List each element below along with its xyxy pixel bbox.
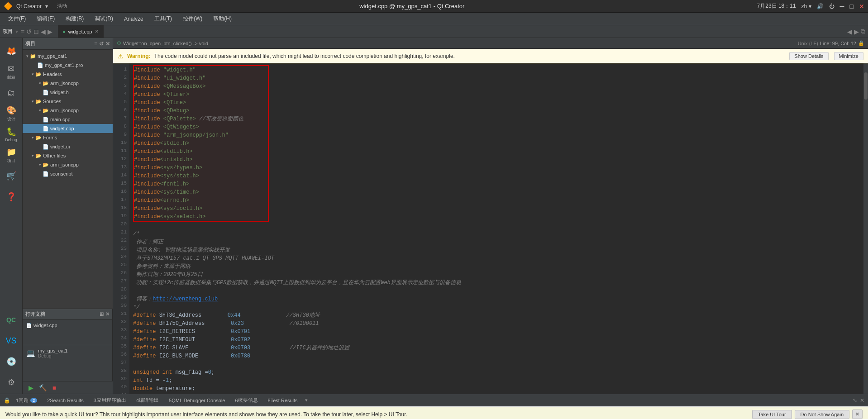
bottom-tab-search[interactable]: 2 Search Results: [43, 395, 88, 406]
toolbar-nav-left[interactable]: ◀: [41, 28, 46, 35]
toolbar-nav-right[interactable]: ▶: [48, 28, 52, 35]
filter-icon[interactable]: ≡: [21, 28, 24, 35]
tour-message: Would you like to take a quick UI tour? …: [5, 411, 407, 418]
editor-split-icon[interactable]: ⧉: [861, 28, 865, 35]
bottom-tab-expand[interactable]: ▾: [305, 397, 308, 403]
tree-widget-cpp[interactable]: 📄 widget.cpp: [23, 124, 113, 133]
content-area: 🦊 ✉ 邮箱 🗂 🎨 设计 🐛 Debug 📁 项目 🛒 ❓ QC: [0, 38, 868, 394]
code-line-1: #include "widget.h": [134, 66, 268, 74]
menu-tools[interactable]: 工具(T): [150, 14, 176, 24]
editor-scrollbar[interactable]: [863, 63, 868, 394]
open-docs-close[interactable]: ✕: [105, 311, 110, 317]
tree-forms[interactable]: ▾ 📂 Forms: [23, 133, 113, 142]
bottom-tab-issues[interactable]: 1 问题 2: [11, 395, 42, 406]
open-docs-header: 打开文档 ⊞ ✕: [23, 309, 112, 320]
code-line-13: #include<sys/types.h>: [134, 164, 268, 172]
close-bottom-icon[interactable]: ✕: [860, 397, 864, 404]
build-button[interactable]: 🔨: [38, 383, 47, 392]
bottom-tab-compile[interactable]: 4 编译输出: [132, 395, 163, 406]
bottom-tab-app-output[interactable]: 3 应用程序输出: [89, 395, 131, 406]
menu-build[interactable]: 构建(B): [61, 14, 88, 24]
show-details-button[interactable]: Show Details: [789, 52, 828, 60]
project-icon: 📁: [6, 147, 16, 157]
sidebar-project[interactable]: 📁 项目: [2, 146, 21, 165]
line-ending[interactable]: Unix (LF): [798, 41, 818, 46]
do-not-show-button[interactable]: Do Not Show Again: [795, 410, 849, 419]
minimize-button[interactable]: Minimize: [834, 52, 863, 60]
tree-sconscript[interactable]: 📄 sconscript: [23, 169, 113, 178]
sidebar-help[interactable]: ❓: [2, 187, 21, 206]
root-label: my_gps_cat1: [38, 53, 67, 59]
menu-controls[interactable]: 控件(W): [178, 14, 207, 24]
editor-nav-right[interactable]: ▶: [854, 28, 859, 35]
sidebar-vscode[interactable]: VS: [2, 331, 21, 350]
sidebar-firefox[interactable]: 🦊: [2, 42, 21, 61]
bottom-lock-icon[interactable]: 🔒: [4, 397, 10, 404]
sidebar-store[interactable]: 🛒: [2, 167, 21, 186]
tree-main-cpp[interactable]: 📄 main.cpp: [23, 115, 113, 124]
menu-debug[interactable]: 调试(D): [90, 14, 118, 24]
panel-close-icon[interactable]: ✕: [105, 41, 110, 47]
tour-close-button[interactable]: ✕: [852, 409, 863, 419]
sidebar-dvd[interactable]: 💿: [2, 352, 21, 371]
tab-close-btn[interactable]: ✕: [95, 29, 99, 34]
tree-sources[interactable]: ▾ 📂 Sources: [23, 97, 113, 106]
run-button[interactable]: ▶: [26, 383, 35, 392]
editor-nav-left[interactable]: ◀: [847, 28, 852, 35]
menu-file[interactable]: 文件(F): [4, 14, 30, 24]
code-content[interactable]: #include "widget.h" #include "ui_widget.…: [129, 63, 863, 394]
app-menu-arrow[interactable]: ▾: [45, 3, 48, 10]
lang-selector[interactable]: zh ▾: [801, 3, 811, 10]
maximize-window-btn[interactable]: □: [850, 3, 854, 10]
code-editor[interactable]: 12345 678910 1112131415 1617181920 21222…: [113, 63, 868, 394]
collapse-icon[interactable]: ⊟: [33, 28, 39, 35]
panel-filter-icon[interactable]: ≡: [94, 41, 97, 47]
open-docs-expand[interactable]: ⊞: [100, 311, 104, 317]
menu-analyze[interactable]: Analyze: [119, 14, 148, 24]
tree-widget-h[interactable]: 📄 widget.h: [23, 88, 113, 97]
sidebar-design[interactable]: 🎨 设计: [2, 104, 21, 123]
tree-arm-jsoncpp-o[interactable]: ▾ 📂 arm_jsoncpp: [23, 160, 113, 169]
bottom-tab-test[interactable]: 8 Test Results: [263, 395, 302, 406]
resize-icon[interactable]: ⤡: [853, 397, 857, 404]
volume-icon[interactable]: 🔊: [817, 3, 824, 10]
tree-widget-ui[interactable]: 📄 widget.ui: [23, 142, 113, 151]
editor-tab-widget-cpp[interactable]: ● widget.cpp ✕: [58, 25, 104, 38]
power-icon[interactable]: ⏻: [829, 3, 835, 10]
open-doc-widget-cpp[interactable]: 📄 widget.cpp: [23, 320, 112, 331]
tree-other-files[interactable]: ▾ 📂 Other files: [23, 151, 113, 160]
sync-icon[interactable]: ↺: [26, 28, 32, 35]
position-indicator: Line: 99, Col: 12: [820, 41, 856, 46]
sidebar-settings[interactable]: ⚙: [2, 373, 21, 392]
titlebar: 🔶 Qt Creator ▾ 活动 widget.cpp @ my_gps_ca…: [0, 0, 868, 13]
code-line-9: #include "arm_jsoncpp/json.h": [134, 131, 268, 139]
tree-arm-jsoncpp-s[interactable]: ▾ 📂 arm_jsoncpp: [23, 106, 113, 115]
code-line-32: #define BH1750_Address 0x23 //0100011: [133, 319, 860, 328]
minimize-window-btn[interactable]: ─: [840, 3, 844, 10]
sidebar-debug[interactable]: 🐛 Debug: [2, 125, 21, 144]
scon-icon: 📄: [43, 171, 49, 177]
panel-sync-icon[interactable]: ↺: [99, 41, 104, 47]
sidebar-qc[interactable]: QC: [2, 310, 21, 329]
sidebar-email[interactable]: ✉ 邮箱: [2, 62, 21, 81]
bottom-tab-summary[interactable]: 6 概要信息: [230, 395, 262, 406]
tree-headers[interactable]: ▾ 📂 Headers: [23, 70, 113, 79]
menu-help[interactable]: 帮助(H): [209, 14, 236, 24]
scrollbar-thumb[interactable]: [864, 72, 868, 100]
design-icon: 🎨: [6, 105, 16, 115]
tree-arm-jsoncpp-h[interactable]: ▾ 📂 arm_jsoncpp: [23, 79, 113, 88]
sidebar-files[interactable]: 🗂: [2, 83, 21, 102]
bottom-tab-qml[interactable]: 5 QML Debugger Console: [164, 395, 229, 406]
tree-root[interactable]: ▾ 📁 my_gps_cat1: [23, 52, 113, 61]
tree-pro-file[interactable]: 📄 my_gps_cat1.pro: [23, 61, 113, 70]
close-window-btn[interactable]: ✕: [859, 3, 864, 10]
main-icon: 📄: [43, 117, 49, 123]
open-doc-label: widget.cpp: [33, 323, 57, 328]
editor-lock-icon[interactable]: 🔒: [858, 40, 864, 46]
sources-label: Sources: [43, 99, 61, 104]
open-docs-title: 打开文档: [25, 311, 45, 318]
menu-edit[interactable]: 编辑(E): [32, 14, 59, 24]
device-item[interactable]: 💻 my_gps_cat1 Debug: [24, 347, 110, 359]
stop-button[interactable]: ■: [50, 383, 59, 392]
take-tour-button[interactable]: Take UI Tour: [752, 410, 792, 419]
